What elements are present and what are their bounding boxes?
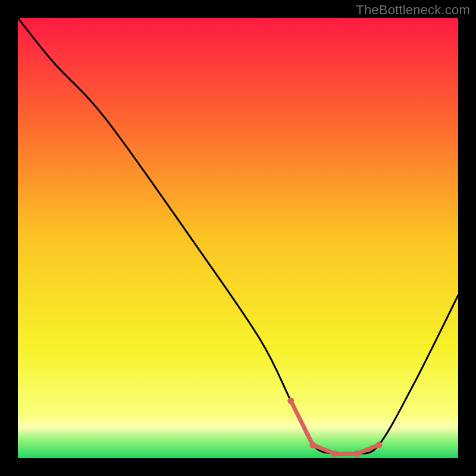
bottleneck-curve-layer [18, 18, 458, 458]
chart-frame: TheBottleneck.com [0, 0, 476, 476]
svg-point-1 [309, 441, 316, 448]
svg-point-2 [331, 450, 338, 457]
plot-area [18, 18, 458, 458]
bottleneck-curve [18, 18, 458, 455]
svg-point-3 [353, 450, 360, 457]
optimal-range-line [291, 401, 379, 454]
svg-point-0 [287, 397, 294, 404]
watermark-text: TheBottleneck.com [356, 2, 470, 18]
svg-point-4 [375, 441, 382, 448]
